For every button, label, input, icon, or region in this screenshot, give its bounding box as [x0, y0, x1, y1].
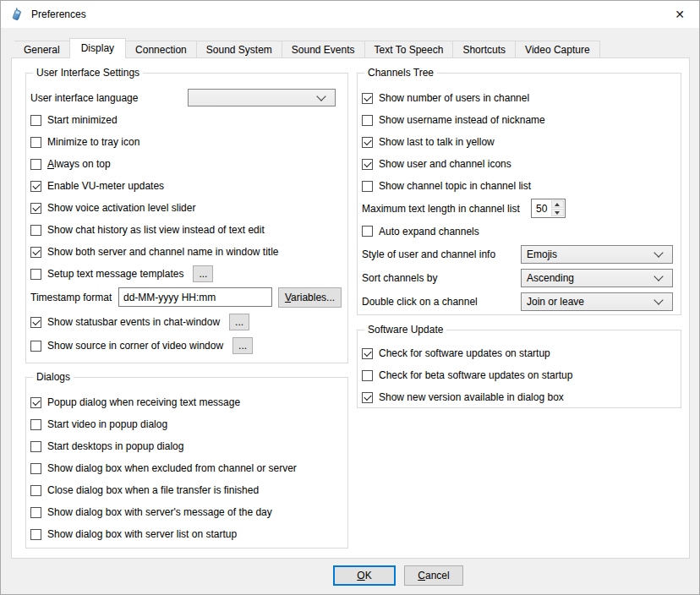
combo-row: Sort channels by Ascending — [362, 266, 674, 290]
timestamp-row: Timestamp format Variables... — [30, 285, 341, 310]
checkbox[interactable] — [362, 159, 373, 170]
combo-label: Sort channels by — [362, 272, 437, 284]
ok-button[interactable]: OK — [333, 565, 396, 586]
checkbox-label: Show source in corner of video window — [47, 340, 223, 352]
checkbox[interactable] — [30, 115, 41, 126]
timestamp-format-input[interactable] — [118, 287, 272, 307]
tab[interactable]: Video Capture — [516, 41, 600, 58]
checkbox-row[interactable]: Start video in popup dialog — [30, 413, 341, 435]
checkbox-row[interactable]: Auto expand channels — [362, 220, 674, 243]
checkbox[interactable] — [362, 348, 373, 359]
max-text-length-label: Maximum text length in channel list — [362, 203, 520, 215]
checkbox[interactable] — [362, 137, 373, 148]
tab-label: Connection — [135, 44, 187, 56]
checkbox-row[interactable]: Show dialog box with server list on star… — [30, 523, 341, 545]
checkbox-row[interactable]: Show dialog box when excluded from chann… — [30, 457, 341, 479]
dialogs-checkbox-list: Popup dialog when receiving text message… — [30, 391, 341, 545]
tab-label: Text To Speech — [375, 44, 444, 56]
checkbox[interactable] — [362, 392, 373, 403]
checkbox-row[interactable]: Minimize to tray icon — [30, 131, 341, 153]
checkbox[interactable] — [362, 181, 373, 192]
checkbox[interactable] — [362, 226, 373, 237]
checkbox[interactable] — [362, 370, 373, 381]
language-label: User interface language — [30, 92, 138, 104]
cancel-button[interactable]: Cancel — [404, 565, 463, 586]
tab[interactable]: Sound System — [197, 41, 282, 58]
checkbox[interactable] — [30, 225, 41, 236]
combo-row: Double click on a channel Join or leave — [362, 290, 674, 314]
checkbox-row[interactable]: Show username instead of nickname — [362, 109, 674, 131]
max-text-length-spinner[interactable]: 50 — [531, 199, 566, 218]
tab[interactable]: General — [14, 41, 70, 58]
checkbox[interactable] — [30, 419, 41, 430]
checkbox-row[interactable]: Show source in corner of video window ..… — [30, 334, 341, 358]
checkbox[interactable] — [30, 159, 41, 170]
combo-value: Ascending — [522, 272, 655, 284]
checkbox-row[interactable]: Show channel topic in channel list — [362, 175, 674, 197]
checkbox[interactable] — [30, 137, 41, 148]
group-title: Dialogs — [33, 371, 74, 384]
checkbox-row[interactable]: Show dialog box with server's message of… — [30, 501, 341, 523]
combo-select[interactable]: Ascending — [521, 269, 673, 287]
checkbox-row[interactable]: Show last to talk in yellow — [362, 131, 674, 153]
checkbox-row[interactable]: Show number of users in channel — [362, 87, 674, 109]
software-checkbox-list: Check for software updates on startup Ch… — [362, 342, 674, 408]
checkbox[interactable] — [30, 529, 41, 540]
checkbox-row[interactable]: Setup text message templates ... — [30, 263, 341, 285]
checkbox[interactable] — [30, 247, 41, 258]
checkbox-label: Popup dialog when receiving text message — [47, 396, 240, 408]
checkbox-row[interactable]: Always on top — [30, 153, 341, 175]
checkbox[interactable] — [30, 317, 41, 328]
tab[interactable]: Sound Events — [282, 41, 365, 58]
checkbox-row[interactable]: Check for software updates on startup — [362, 342, 674, 364]
checkbox-row[interactable]: Show voice activation level slider — [30, 197, 341, 219]
variables-button[interactable]: Variables... — [278, 287, 342, 308]
chevron-down-icon — [316, 91, 325, 101]
ellipsis-button[interactable]: ... — [229, 314, 249, 330]
checkbox[interactable] — [30, 269, 41, 280]
combo-row: Style of user and channel info Emojis — [362, 243, 674, 266]
combo-select[interactable]: Emojis — [521, 245, 673, 264]
checkbox-row[interactable]: Show user and channel icons — [362, 153, 674, 175]
checkbox-row[interactable]: Show chat history as list view instead o… — [30, 219, 341, 241]
combo-value: Emojis — [522, 248, 655, 260]
tab[interactable]: Shortcuts — [453, 41, 516, 58]
checkbox[interactable] — [30, 341, 41, 352]
checkbox[interactable] — [362, 115, 373, 126]
close-icon[interactable]: ✕ — [660, 1, 699, 28]
checkbox-label: Show both server and channel name in win… — [47, 246, 279, 258]
checkbox[interactable] — [30, 507, 41, 518]
checkbox[interactable] — [30, 485, 41, 496]
checkbox[interactable] — [30, 463, 41, 474]
tab[interactable]: Display — [69, 38, 126, 58]
combo-select[interactable]: Join or leave — [521, 292, 673, 311]
checkbox-label: Auto expand channels — [379, 226, 479, 237]
checkbox-row[interactable]: Start minimized — [30, 109, 341, 131]
checkbox-row[interactable]: Popup dialog when receiving text message — [30, 391, 341, 413]
checkbox-label: Show dialog box with server's message of… — [47, 506, 272, 518]
checkbox[interactable] — [362, 93, 373, 104]
checkbox-row[interactable]: Show statusbar events in chat-window ... — [30, 310, 341, 334]
checkbox-label: Close dialog box when a file transfer is… — [47, 484, 259, 496]
ellipsis-button[interactable]: ... — [193, 265, 213, 282]
checkbox-row[interactable]: Enable VU-meter updates — [30, 175, 341, 197]
checkbox[interactable] — [30, 181, 41, 192]
checkbox-row[interactable]: Show new version available in dialog box — [362, 386, 674, 408]
checkbox-row[interactable]: Close dialog box when a file transfer is… — [30, 479, 341, 501]
tab[interactable]: Connection — [126, 41, 197, 58]
checkbox-row[interactable]: Start desktops in popup dialog — [30, 435, 341, 457]
ellipsis-button[interactable]: ... — [232, 337, 253, 354]
checkbox-row[interactable]: Show both server and channel name in win… — [30, 241, 341, 263]
checkbox[interactable] — [30, 203, 41, 214]
checkbox[interactable] — [30, 397, 41, 408]
checkbox[interactable] — [30, 441, 41, 452]
combo-label: Style of user and channel info — [362, 248, 495, 260]
checkbox-label: Show dialog box when excluded from chann… — [47, 462, 297, 474]
spinner-down-icon[interactable] — [551, 209, 564, 216]
language-select[interactable] — [188, 89, 336, 106]
checkbox-label: Show username instead of nickname — [379, 114, 545, 126]
checkbox-row[interactable]: Check for beta software updates on start… — [362, 364, 674, 386]
spinner-up-icon[interactable] — [551, 200, 564, 208]
tab[interactable]: Text To Speech — [365, 41, 454, 58]
channels-checkbox-list: Show number of users in channel Show use… — [362, 87, 674, 197]
